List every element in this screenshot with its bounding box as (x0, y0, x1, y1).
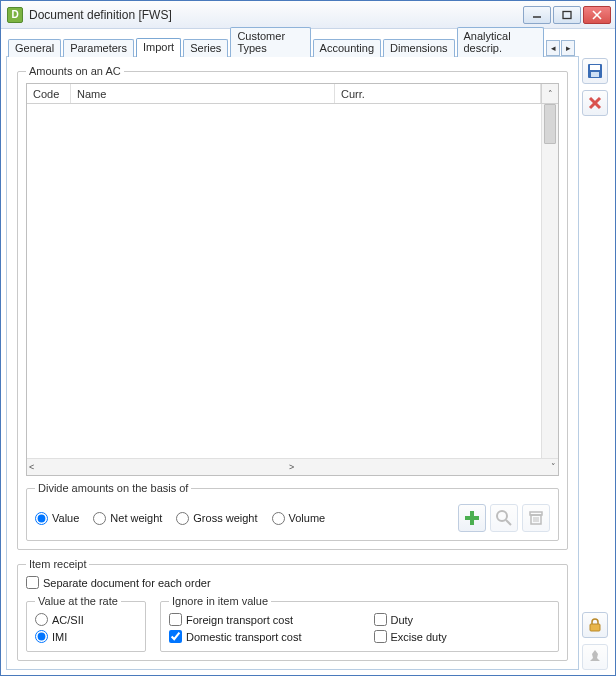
ignore-legend: Ignore in item value (169, 595, 271, 607)
col-name[interactable]: Name (71, 84, 335, 103)
minimize-button[interactable] (523, 6, 551, 24)
titlebar: D Document definition [FWS] (1, 1, 615, 29)
radio-gross-label: Gross weight (193, 512, 257, 524)
svg-rect-14 (590, 65, 600, 70)
tab-analytical-descrip[interactable]: Analytical descrip. (457, 27, 545, 57)
window-title: Document definition [FWS] (29, 8, 523, 22)
trash-icon (527, 509, 545, 527)
divide-group: Divide amounts on the basis of Value Net… (26, 482, 559, 541)
item-receipt-legend: Item receipt (26, 558, 89, 570)
svg-line-7 (506, 520, 511, 525)
save-icon (587, 63, 603, 79)
scroll-right-icon[interactable]: > (289, 462, 294, 472)
check-foreign-transport[interactable]: Foreign transport cost (169, 613, 346, 626)
radio-imi-input[interactable] (35, 630, 48, 643)
tab-accounting[interactable]: Accounting (313, 39, 381, 57)
check-separate-doc-input[interactable] (26, 576, 39, 589)
side-toolbar (579, 34, 611, 670)
svg-rect-18 (590, 624, 600, 631)
check-duty-label: Duty (391, 614, 414, 626)
maximize-button[interactable] (553, 6, 581, 24)
radio-acsii-label: AC/SII (52, 614, 84, 626)
lock-button[interactable] (582, 612, 608, 638)
amounts-table[interactable]: Code Name Curr. ˄ < > (26, 83, 559, 476)
tab-parameters[interactable]: Parameters (63, 39, 134, 57)
check-separate-doc-label: Separate document for each order (43, 577, 211, 589)
check-duty[interactable]: Duty (374, 613, 551, 626)
svg-point-6 (497, 511, 507, 521)
svg-rect-15 (591, 72, 599, 77)
check-excise-duty[interactable]: Excise duty (374, 630, 551, 643)
check-foreign-input[interactable] (169, 613, 182, 626)
col-curr[interactable]: Curr. (335, 84, 541, 103)
tab-import[interactable]: Import (136, 38, 181, 57)
svg-rect-9 (530, 512, 542, 515)
tabs-scroll-right[interactable]: ▸ (561, 40, 575, 56)
check-duty-input[interactable] (374, 613, 387, 626)
divide-legend: Divide amounts on the basis of (35, 482, 191, 494)
radio-acsii-input[interactable] (35, 613, 48, 626)
scroll-left-icon[interactable]: < (29, 462, 34, 472)
window-controls (523, 6, 611, 24)
table-body (27, 104, 558, 458)
pin-icon (587, 649, 603, 665)
radio-net-input[interactable] (93, 512, 106, 525)
radio-volume[interactable]: Volume (272, 512, 326, 525)
radio-net-weight[interactable]: Net weight (93, 512, 162, 525)
close-button[interactable] (583, 6, 611, 24)
radio-gross-weight[interactable]: Gross weight (176, 512, 257, 525)
scroll-up-button[interactable]: ˄ (541, 84, 558, 103)
tab-dimensions[interactable]: Dimensions (383, 39, 454, 57)
plus-icon (463, 509, 481, 527)
amounts-legend: Amounts on an AC (26, 65, 124, 77)
lock-icon (587, 617, 603, 633)
check-separate-doc[interactable]: Separate document for each order (26, 576, 211, 589)
radio-volume-label: Volume (289, 512, 326, 524)
app-icon: D (7, 7, 23, 23)
magnifier-icon (495, 509, 513, 527)
radio-volume-input[interactable] (272, 512, 285, 525)
svg-rect-1 (563, 11, 571, 18)
radio-value-label: Value (52, 512, 79, 524)
check-foreign-label: Foreign transport cost (186, 614, 293, 626)
check-domestic-label: Domestic transport cost (186, 631, 302, 643)
add-button[interactable] (458, 504, 486, 532)
tab-series[interactable]: Series (183, 39, 228, 57)
col-code[interactable]: Code (27, 84, 71, 103)
pin-button[interactable] (582, 644, 608, 670)
radio-acsii[interactable]: AC/SII (35, 613, 137, 626)
tabs: General Parameters Import Series Custome… (6, 34, 579, 56)
item-receipt-group: Item receipt Separate document for each … (17, 558, 568, 661)
scrollbar-thumb[interactable] (544, 104, 556, 144)
check-excise-input[interactable] (374, 630, 387, 643)
check-domestic-transport[interactable]: Domestic transport cost (169, 630, 346, 643)
radio-net-label: Net weight (110, 512, 162, 524)
radio-imi[interactable]: IMI (35, 630, 137, 643)
ignore-group: Ignore in item value Foreign transport c… (160, 595, 559, 652)
amounts-group: Amounts on an AC Code Name Curr. ˄ (17, 65, 568, 550)
table-header: Code Name Curr. ˄ (27, 84, 558, 104)
horizontal-scrollbar[interactable]: < > ˅ (27, 458, 558, 475)
tab-panel-import: Amounts on an AC Code Name Curr. ˄ (6, 56, 579, 670)
radio-value-input[interactable] (35, 512, 48, 525)
delete-icon (587, 95, 603, 111)
tab-general[interactable]: General (8, 39, 61, 57)
tab-customer-types[interactable]: Customer Types (230, 27, 310, 57)
radio-gross-input[interactable] (176, 512, 189, 525)
check-excise-label: Excise duty (391, 631, 447, 643)
radio-value[interactable]: Value (35, 512, 79, 525)
tabs-scroll-left[interactable]: ◂ (546, 40, 560, 56)
check-domestic-input[interactable] (169, 630, 182, 643)
search-button[interactable] (490, 504, 518, 532)
radio-imi-label: IMI (52, 631, 67, 643)
save-button[interactable] (582, 58, 608, 84)
scroll-down-icon[interactable]: ˅ (551, 462, 556, 472)
delete-button[interactable] (582, 90, 608, 116)
value-at-rate-group: Value at the rate AC/SII IMI (26, 595, 146, 652)
window-frame: D Document definition [FWS] General Para… (0, 0, 616, 676)
value-at-rate-legend: Value at the rate (35, 595, 121, 607)
remove-button[interactable] (522, 504, 550, 532)
vertical-scrollbar[interactable] (541, 104, 558, 458)
svg-rect-5 (465, 516, 479, 520)
